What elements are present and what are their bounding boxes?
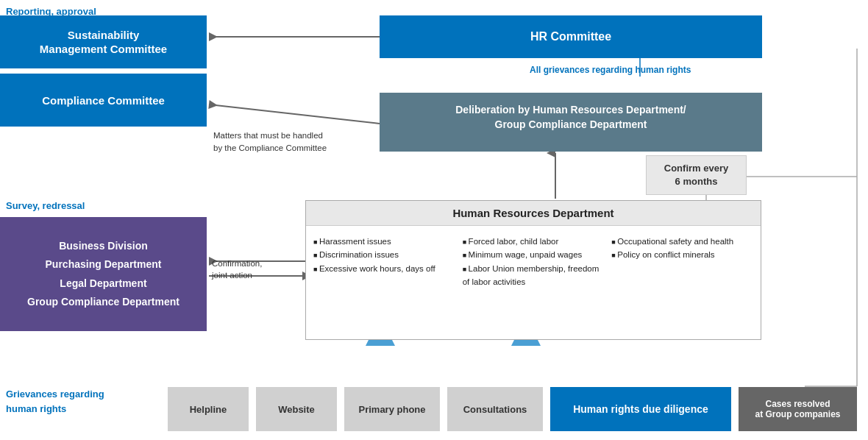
hr-committee-box: HR Committee [380, 15, 762, 58]
all-grievances-label: All grievances regarding human rights [530, 65, 691, 75]
hr-list-2: Forced labor, child labor Minimum wage, … [463, 235, 605, 289]
helpline-box: Helpline [168, 387, 249, 431]
hr-col-3: Occupational safety and health Policy on… [611, 235, 753, 289]
website-box: Website [256, 387, 337, 431]
diagram: Reporting, approval SustainabilityManage… [0, 0, 868, 440]
hr-main-box: Human Resources Department Harassment is… [305, 200, 761, 340]
hr-item-3-1: Occupational safety and health [611, 235, 753, 248]
hr-item-2-2: Minimum wage, unpaid wages [463, 248, 605, 261]
hr-department-header: Human Resources Department [306, 201, 761, 226]
hr-item-2-3: Labor Union membership, freedom of labor… [463, 262, 605, 289]
business-division-box: Business DivisionPurchasing DepartmentLe… [0, 217, 207, 331]
primary-phone-box: Primary phone [344, 387, 440, 431]
hr-item-1-2: Discrimination issues [313, 248, 455, 261]
matters-compliance-text: Matters that must be handledby the Compl… [213, 129, 327, 155]
hr-col-1: Harassment issues Discrimination issues … [313, 235, 455, 289]
compliance-box: Compliance Committee [0, 74, 207, 127]
hr-list-1: Harassment issues Discrimination issues … [313, 235, 455, 275]
grievances-label: Grievances regardinghuman rights [6, 387, 104, 416]
hr-item-2-1: Forced labor, child labor [463, 235, 605, 248]
survey-redressal-label: Survey, redressal [6, 200, 85, 211]
cases-resolved-box: Cases resolvedat Group companies [739, 387, 857, 431]
hr-list-3: Occupational safety and health Policy on… [611, 235, 753, 262]
svg-line-1 [209, 104, 380, 124]
confirmation-joint-text: Confirmation,joint action [212, 258, 262, 281]
hr-item-3-2: Policy on conflict minerals [611, 248, 753, 261]
sustainability-box: SustainabilityManagement Committee [0, 15, 207, 68]
hr-item-1-3: Excessive work hours, days off [313, 262, 455, 275]
hr-item-1-1: Harassment issues [313, 235, 455, 248]
consultations-box: Consultations [447, 387, 543, 431]
confirm-box: Confirm every6 months [646, 155, 747, 195]
hr-col-2: Forced labor, child labor Minimum wage, … [463, 235, 605, 289]
human-rights-diligence-box: Human rights due diligence [550, 387, 731, 431]
deliberation-box: Deliberation by Human Resources Departme… [380, 93, 762, 152]
hr-content-area: Harassment issues Discrimination issues … [306, 226, 761, 298]
